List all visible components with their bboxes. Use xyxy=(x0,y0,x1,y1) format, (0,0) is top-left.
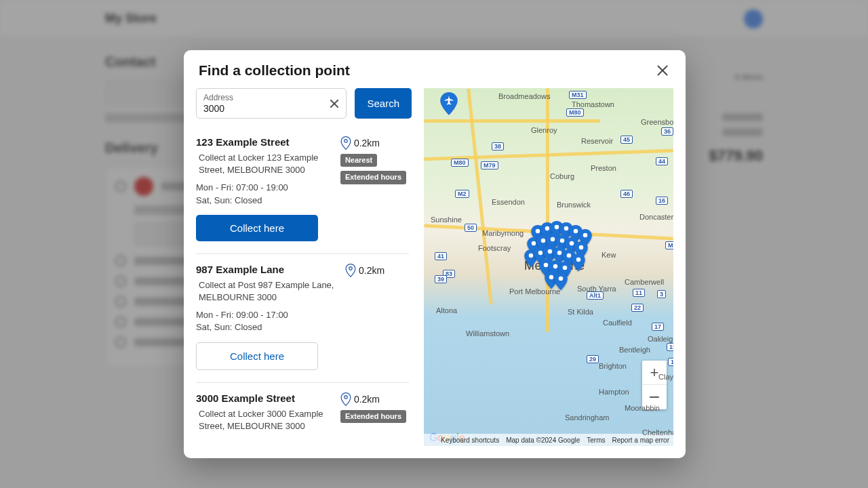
pin-icon xyxy=(345,264,356,277)
svg-point-16 xyxy=(538,251,543,256)
highway-badge: M2 xyxy=(455,190,469,198)
svg-point-19 xyxy=(567,253,572,258)
clear-icon[interactable] xyxy=(328,98,340,110)
airport-pin-icon[interactable] xyxy=(440,92,458,115)
highway-badge: 46 xyxy=(620,190,633,198)
result-item: 123 Example Street Collect at Locker 123… xyxy=(196,127,409,254)
svg-point-11 xyxy=(551,237,555,242)
map[interactable]: Melbourne + − Google Keyboard shortcuts … xyxy=(424,88,673,446)
highway-badge: 29 xyxy=(587,355,599,363)
results-list[interactable]: 123 Example Street Collect at Locker 123… xyxy=(196,127,412,446)
terms-link[interactable]: Terms xyxy=(587,436,605,444)
svg-point-21 xyxy=(544,263,549,268)
result-hours: Mon - Fri: 09:00 - 17:00Sat, Sun: Closed xyxy=(196,309,338,333)
result-item: 987 Example Lane Collect at Post 987 Exa… xyxy=(196,254,409,383)
highway-badge: 22 xyxy=(631,304,644,312)
svg-point-5 xyxy=(555,225,559,230)
modal-title: Find a collection point xyxy=(199,62,654,79)
suburb-label: Cheltenham xyxy=(642,428,673,436)
suburb-label: Hampton xyxy=(599,388,629,396)
suburb-label: Oakleigh xyxy=(648,335,673,343)
highway-badge: 18 xyxy=(668,358,673,366)
result-description: Collect at Locker 3000 Example Street, M… xyxy=(196,408,334,432)
suburb-label: Greensborough xyxy=(641,118,673,126)
suburb-label: Coburg xyxy=(550,172,574,180)
pin-icon xyxy=(340,136,351,150)
result-item: 3000 Example Street Collect at Locker 30… xyxy=(196,383,409,447)
suburb-label: Footscray xyxy=(478,244,511,252)
svg-point-23 xyxy=(563,266,568,270)
keyboard-shortcuts-link[interactable]: Keyboard shortcuts xyxy=(441,436,499,444)
suburb-label: Doncaster xyxy=(639,213,673,221)
highway-badge: 41 xyxy=(435,252,447,260)
nearest-tag: Nearest xyxy=(340,154,377,167)
highway-badge: 36 xyxy=(661,127,673,136)
suburb-label: Maribyrnong xyxy=(482,229,524,237)
svg-point-18 xyxy=(557,251,562,256)
highway-badge: 15 xyxy=(667,343,673,351)
svg-point-7 xyxy=(574,229,578,234)
result-distance: 0.2km xyxy=(354,394,380,405)
result-name: 3000 Example Street xyxy=(196,392,334,404)
highway-badge: 17 xyxy=(652,323,664,331)
search-button[interactable]: Search xyxy=(355,88,412,119)
highway-badge: M80 xyxy=(566,108,584,117)
svg-point-24 xyxy=(549,275,554,280)
svg-point-12 xyxy=(560,239,565,243)
svg-point-22 xyxy=(553,264,558,269)
address-value: 3000 xyxy=(203,103,323,114)
svg-point-3 xyxy=(536,229,540,234)
svg-point-4 xyxy=(545,226,550,231)
highway-badge: M3 xyxy=(665,241,673,249)
highway-badge: 3 xyxy=(657,290,666,298)
report-link[interactable]: Report a map error xyxy=(612,436,669,444)
suburb-label: Preston xyxy=(591,164,616,172)
highway-badge: Alt1 xyxy=(587,291,604,300)
suburb-label: Essendon xyxy=(492,198,525,206)
result-name: 987 Example Lane xyxy=(196,264,338,275)
svg-point-2 xyxy=(344,395,347,398)
highway-badge: 45 xyxy=(620,136,633,144)
svg-point-25 xyxy=(559,277,564,281)
collection-point-modal: Find a collection point Address 3000 Sea… xyxy=(184,50,686,458)
suburb-label: Caulfield xyxy=(603,319,632,327)
address-input[interactable]: Address 3000 xyxy=(196,88,347,119)
svg-point-15 xyxy=(529,253,534,258)
zoom-control: + − xyxy=(642,361,667,409)
pin-icon xyxy=(340,392,351,406)
result-hours: Mon - Fri: 07:00 - 19:00Sat, Sun: Closed xyxy=(196,182,334,206)
map-pin-icon[interactable] xyxy=(572,253,585,271)
svg-point-0 xyxy=(344,140,347,142)
suburb-label: Camberwell xyxy=(625,278,664,286)
suburb-label: Sunshine xyxy=(431,216,462,224)
map-data-label: Map data ©2024 Google xyxy=(506,436,580,444)
suburb-label: Brighton xyxy=(599,362,627,370)
result-distance: 0.2km xyxy=(359,265,384,276)
result-distance: 0.2km xyxy=(354,138,380,148)
suburb-label: Brunswick xyxy=(557,201,591,209)
svg-point-20 xyxy=(576,258,581,262)
suburb-label: Broadmeadows xyxy=(498,92,550,100)
suburb-label: Altona xyxy=(436,306,457,314)
highway-badge: 50 xyxy=(465,224,477,232)
highway-badge: 11 xyxy=(633,289,645,297)
suburb-label: Williamstown xyxy=(466,329,509,338)
svg-point-14 xyxy=(579,245,584,250)
highway-badge: 44 xyxy=(656,157,668,165)
svg-point-6 xyxy=(564,226,569,231)
highway-badge: 38 xyxy=(492,142,504,150)
highway-badge: M79 xyxy=(481,161,498,169)
collect-here-button[interactable]: Collect here xyxy=(196,215,318,241)
suburb-label: Port Melbourne xyxy=(509,287,560,296)
extended-hours-tag: Extended hours xyxy=(340,410,406,423)
svg-point-13 xyxy=(570,241,574,246)
collect-here-button[interactable]: Collect here xyxy=(196,342,318,370)
suburb-label: Kew xyxy=(601,251,616,259)
result-description: Collect at Post 987 Example Lane, MELBOU… xyxy=(196,279,338,304)
result-name: 123 Example Street xyxy=(196,136,334,148)
result-description: Collect at Locker 123 Example Street, ME… xyxy=(196,152,334,176)
close-icon[interactable] xyxy=(654,62,671,79)
suburb-label: Sandringham xyxy=(565,413,609,422)
extended-hours-tag: Extended hours xyxy=(340,171,406,184)
suburb-label: Bentleigh xyxy=(619,346,650,354)
